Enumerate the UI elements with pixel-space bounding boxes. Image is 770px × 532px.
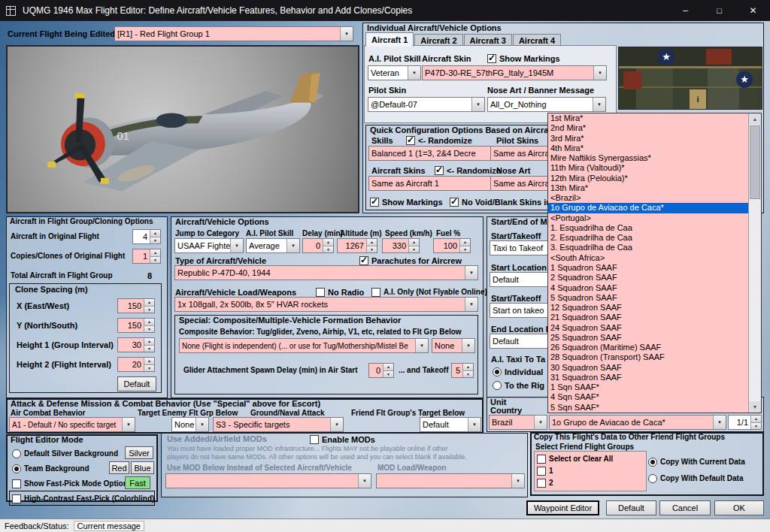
spacing-x-spinner[interactable]: 150 (117, 298, 155, 313)
ai-pilot-skill-select[interactable]: Veteran (368, 65, 421, 80)
unit-dropdown-option[interactable]: 4 Squadron SAAF (548, 283, 748, 293)
spin-down-icon[interactable] (150, 237, 160, 244)
air-combat-select[interactable]: A1 - Default / No specific target (9, 417, 135, 432)
blue-button[interactable]: Blue (131, 461, 154, 474)
spin-down-icon[interactable] (144, 326, 154, 333)
unit-dropdown-option[interactable]: 3rd Mira* (548, 134, 748, 144)
select-all-checkbox[interactable]: Select or Clear All (537, 453, 613, 464)
to-right-taxi-radio[interactable]: To the Rig (493, 379, 544, 391)
chevron-down-icon[interactable] (340, 27, 353, 41)
chevron-down-icon[interactable] (713, 416, 726, 429)
chevron-down-icon[interactable] (230, 239, 243, 252)
jump-category-select[interactable]: USAAF Fighter (174, 238, 244, 253)
chevron-down-icon[interactable] (196, 418, 208, 431)
chevron-down-icon[interactable] (286, 239, 299, 252)
nose-art-select[interactable]: All_Or_Nothing (487, 97, 606, 112)
spin-up-icon[interactable] (144, 338, 154, 346)
chevron-down-icon[interactable] (465, 266, 477, 280)
current-flight-select[interactable]: [R1] - Red Flight Group 1 (114, 26, 353, 41)
pilot-skill-select[interactable]: Average (246, 238, 300, 253)
unit-dropdown-option[interactable]: 26 Squadron (Maritime) SAAF (548, 343, 748, 352)
high-contrast-checkbox[interactable]: High-Contrast Fast-Pick (Colorblind) (12, 493, 154, 504)
chevron-down-icon[interactable] (330, 418, 343, 431)
unit-dropdown-option[interactable]: 1 Squadron SAAF (548, 263, 748, 273)
spinner-arrows[interactable] (323, 239, 333, 252)
fuel-spinner[interactable]: 100 (433, 238, 471, 253)
chevron-down-icon[interactable] (122, 418, 135, 431)
spacing-default-button[interactable]: Default (117, 376, 156, 391)
unit-dropdown-option[interactable]: 2. Esquadrilha de Caa (548, 233, 748, 243)
fast-button[interactable]: Fast (125, 476, 150, 489)
spin-down-icon[interactable] (367, 246, 377, 253)
speed-spinner[interactable]: 330 (382, 238, 420, 253)
spinner-arrows[interactable] (408, 239, 419, 252)
scrollbar[interactable] (748, 113, 761, 413)
unit-dropdown-option[interactable]: 2nd Mira* (548, 123, 748, 133)
enable-mods-checkbox[interactable]: Enable MODs (310, 434, 375, 445)
spin-down-icon[interactable] (150, 257, 160, 264)
spin-down-icon[interactable] (460, 246, 470, 253)
spinner-arrows[interactable] (144, 299, 154, 313)
chevron-down-icon[interactable] (408, 66, 420, 80)
maximize-button[interactable] (702, 0, 736, 21)
spinner-arrows[interactable] (144, 338, 154, 352)
individual-taxi-radio[interactable]: Individual (493, 366, 543, 377)
target-enemy-select[interactable]: None (171, 417, 209, 432)
scroll-down-icon[interactable] (749, 401, 761, 413)
scroll-up-icon[interactable] (749, 113, 761, 125)
randomize-skins-checkbox[interactable]: <- Randomize (435, 165, 501, 176)
copy-current-radio[interactable]: Copy With Current Data (648, 456, 745, 467)
spin-down-icon[interactable] (383, 371, 393, 378)
mod-select[interactable] (165, 473, 371, 488)
unit-dropdown-option[interactable]: 1st Mira* (548, 113, 748, 123)
original-flight-spinner[interactable]: 4 (132, 229, 161, 244)
scrollbar-thumb[interactable] (750, 125, 760, 199)
height1-spinner[interactable]: 30 (117, 337, 155, 352)
spin-up-icon[interactable] (144, 319, 154, 326)
unit-dropdown-option[interactable]: 25 Squadron SAAF (548, 333, 748, 343)
unit-dropdown-option[interactable]: 1. Esquadrilha de Caa (548, 223, 748, 233)
spin-up-icon[interactable] (383, 364, 393, 371)
randomize-skills-checkbox[interactable]: <- Randomize (406, 135, 472, 146)
country-select[interactable]: Brazil (489, 415, 547, 430)
spin-down-icon[interactable] (144, 346, 154, 352)
unit-dropdown-option[interactable]: 31 Squadron SAAF (548, 373, 748, 382)
unit-dropdown-option[interactable]: 30 Squadron SAAF (548, 363, 748, 373)
chevron-down-icon[interactable] (534, 416, 547, 429)
composite-target-select[interactable]: None (432, 338, 475, 353)
chevron-down-icon[interactable] (462, 339, 474, 352)
unit-dropdown-option[interactable]: 3. Esquadrilha de Caa (548, 243, 748, 252)
chevron-down-icon[interactable] (415, 339, 428, 352)
mod-load-select[interactable] (376, 473, 525, 488)
spinner-arrows[interactable] (150, 249, 160, 263)
spinner-arrows[interactable] (383, 364, 393, 377)
cancel-button[interactable]: Cancel (659, 500, 711, 515)
load-weapons-select[interactable]: 1x 108gall, 2x 500lb, 8x 5" HVAR rockets (174, 297, 478, 312)
unit-dropdown-option[interactable]: 1 Sqn SAAF* (548, 382, 748, 392)
unit-dropdown-option[interactable]: <Brazil> (548, 193, 748, 203)
spin-up-icon[interactable] (409, 239, 419, 246)
unit-dropdown-option[interactable]: 21 Squadron SAAF (548, 313, 748, 322)
group2-checkbox[interactable]: 2 (537, 477, 553, 488)
unit-dropdown-option[interactable]: 5 Squadron SAAF (548, 293, 748, 303)
waypoint-editor-button[interactable]: Waypoint Editor (526, 500, 599, 515)
spinner-arrows[interactable] (144, 319, 154, 332)
unit-dropdown-option[interactable]: 11th Mira (Valtoudi)* (548, 163, 748, 173)
chevron-down-icon[interactable] (593, 66, 606, 80)
chevron-down-icon[interactable] (593, 98, 605, 111)
spin-up-icon[interactable] (367, 239, 377, 246)
chevron-down-icon[interactable] (511, 474, 524, 488)
pilot-skin-select[interactable]: @Default-07 (368, 97, 485, 112)
group1-checkbox[interactable]: 1 (537, 465, 553, 476)
unit-dropdown-option[interactable]: Mire Naftikis Synergassias* (548, 153, 748, 163)
chevron-down-icon[interactable] (471, 98, 484, 111)
spin-up-icon[interactable] (460, 239, 470, 246)
silver-button[interactable]: Silver (125, 446, 153, 459)
copies-spinner[interactable]: 1 (132, 249, 161, 264)
spin-up-icon[interactable] (144, 299, 154, 307)
spacing-y-spinner[interactable]: 150 (117, 318, 155, 333)
spin-down-icon[interactable] (144, 307, 154, 313)
copy-default-radio[interactable]: Copy With Default Data (648, 473, 743, 484)
glider-delay-spinner[interactable]: 0 (368, 363, 394, 378)
takeoff-delay-spinner[interactable]: 5 (451, 363, 474, 378)
